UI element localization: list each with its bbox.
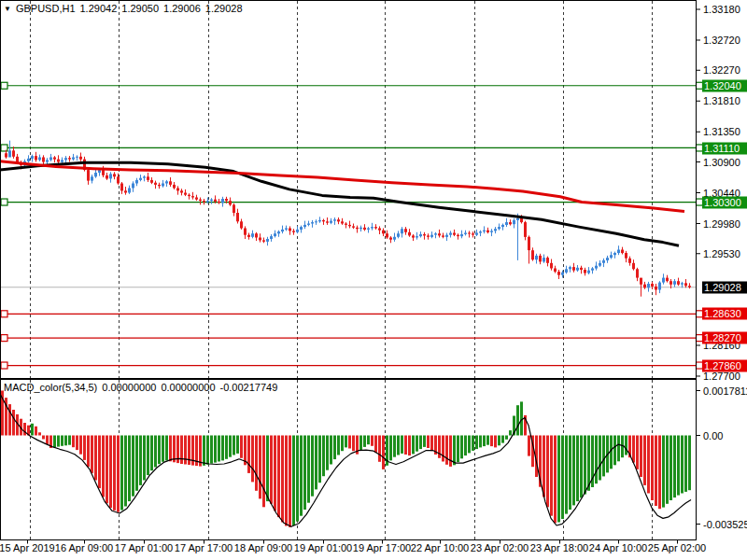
macd-bar (150, 436, 153, 471)
candle (98, 170, 101, 173)
macd-bar (457, 436, 459, 463)
macd-bar (430, 436, 433, 452)
candle (640, 278, 642, 285)
candle (225, 199, 228, 201)
candle (184, 193, 187, 195)
macd-bar (311, 436, 314, 497)
candle (307, 224, 310, 225)
price-axis-label: 1.27700 (703, 371, 740, 382)
macd-bar (565, 436, 568, 514)
macd-bar (348, 436, 351, 449)
candle (8, 150, 11, 157)
macd-bar (98, 436, 101, 489)
macd-bar (684, 436, 687, 492)
candle (378, 229, 381, 231)
resistance-price-flag: 1.31110 (702, 142, 747, 154)
macd-bar (109, 436, 112, 509)
candle (561, 273, 564, 275)
macd-bar (419, 436, 422, 450)
candle (632, 263, 635, 270)
candle (460, 234, 463, 236)
time-axis-label: 24 Apr 10:00 (589, 542, 647, 553)
macd-bar (561, 436, 564, 520)
macd-bar (206, 436, 209, 465)
bid-price-flag: 1.29028 (702, 281, 747, 293)
line-endpoint-marker[interactable] (1, 199, 7, 205)
candle (416, 236, 418, 237)
time-axis-label: 17 Apr 17:00 (175, 542, 233, 553)
candle (427, 235, 430, 236)
macd-bar (180, 436, 183, 465)
chart-canvas[interactable] (0, 0, 747, 560)
chart-title: ▼GBPUSD,H11.290421.290501.290061.29028 (4, 3, 247, 14)
candle (277, 231, 280, 233)
macd-bar (326, 436, 329, 470)
macd-bar (613, 436, 616, 466)
candle (113, 174, 116, 176)
macd-bar (640, 436, 642, 478)
candle (326, 221, 329, 222)
macd-bar (262, 436, 265, 508)
macd-bar (38, 432, 41, 435)
candle (393, 237, 396, 240)
macd-bar (173, 436, 176, 463)
candle (602, 260, 605, 263)
candle (374, 227, 377, 228)
candle (5, 153, 7, 157)
macd-bar (61, 436, 63, 446)
macd-bar (516, 405, 519, 435)
line-endpoint-marker[interactable] (1, 82, 7, 89)
macd-bar (296, 436, 299, 522)
candle (509, 222, 512, 224)
macd-bar (307, 436, 310, 503)
macd-bar (438, 436, 441, 458)
candle (173, 185, 176, 189)
macd-bar (520, 401, 523, 435)
candle (169, 181, 172, 185)
macd-bar (449, 436, 452, 467)
candle (669, 281, 672, 285)
macd-bar (655, 436, 657, 507)
macd-bar (87, 436, 90, 468)
candle (218, 202, 220, 203)
macd-bar (42, 436, 45, 440)
time-axis-label: 25 Apr 02:00 (648, 542, 706, 553)
candle (591, 269, 594, 271)
macd-bar (68, 436, 71, 445)
macd-bar (658, 436, 661, 510)
macd-bar (453, 436, 456, 466)
candle (572, 267, 575, 271)
macd-bar (106, 436, 108, 504)
candle (233, 204, 235, 213)
macd-bar (259, 436, 261, 499)
macd-bar (57, 436, 60, 447)
candle (150, 180, 153, 183)
macd-bar (124, 436, 127, 507)
candle (658, 283, 661, 290)
line-endpoint-marker[interactable] (1, 311, 7, 317)
line-endpoint-marker[interactable] (1, 335, 7, 342)
macd-bar (76, 436, 78, 451)
macd-bar (337, 436, 340, 455)
symbol-dropdown-icon[interactable]: ▼ (4, 5, 11, 13)
candle (468, 233, 471, 234)
macd-bar (643, 436, 646, 485)
candle (681, 283, 684, 284)
macd-bar (83, 436, 86, 460)
macd-indicator-label: MACD_color(5,34,5)0.000000000.00000000-0… (4, 382, 282, 393)
line-endpoint-marker[interactable] (1, 362, 7, 369)
candle (180, 190, 183, 192)
candle (296, 230, 299, 232)
candle (647, 284, 650, 287)
macd-bar (557, 436, 560, 523)
macd-name: MACD_color(5,34,5) (4, 382, 97, 393)
candle (543, 258, 545, 261)
time-axis-label: 23 Apr 02:00 (471, 542, 529, 553)
candle (162, 184, 164, 187)
candle (401, 229, 403, 233)
candle (345, 224, 347, 225)
macd-bar (318, 436, 321, 483)
macd-bar (584, 436, 586, 495)
ma-red-line (0, 161, 684, 212)
macd-bar (117, 436, 120, 512)
